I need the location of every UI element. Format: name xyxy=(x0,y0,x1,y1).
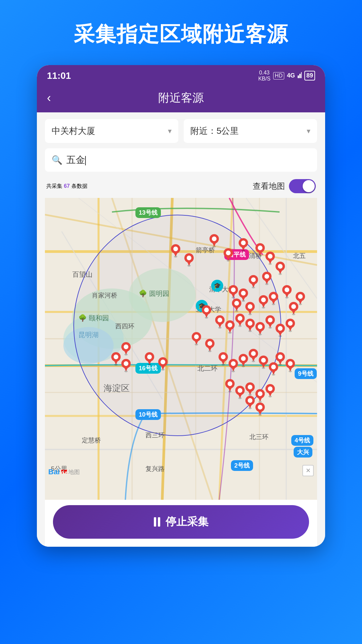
stats-count: 67 xyxy=(64,183,70,189)
toggle-knob xyxy=(303,180,315,192)
svg-rect-3 xyxy=(301,72,302,78)
network-icon: 4G xyxy=(287,70,302,81)
speed-indicator: 0.43 KB/S xyxy=(258,70,270,82)
chevron-down-icon: ▾ xyxy=(168,127,172,136)
map-toggle-label: 查看地图 xyxy=(253,181,285,192)
metro-badge: 昌平线 xyxy=(224,249,249,260)
svg-text:4G: 4G xyxy=(287,72,295,79)
baidu-watermark: Bai 🗺 地图 xyxy=(48,468,80,476)
status-bar: 11:01 0.43 KB/S HD 4G 89 xyxy=(37,65,325,85)
status-time: 11:01 xyxy=(47,70,71,81)
phone-frame: 11:01 0.43 KB/S HD 4G 89 xyxy=(37,65,325,547)
content-area: 中关村大厦 ▾ 附近：5公里 ▾ 🔍 五金 共采集 67 条数据 查看地图 xyxy=(37,112,325,547)
search-bar[interactable]: 🔍 五金 xyxy=(45,148,317,172)
stop-button-label: 停止采集 xyxy=(166,515,208,529)
status-icons: 0.43 KB/S HD 4G 89 xyxy=(258,70,315,82)
stats-text: 共采集 67 条数据 xyxy=(46,183,87,190)
chevron-down-icon: ▾ xyxy=(307,127,310,136)
map-view-toggle[interactable] xyxy=(289,179,316,193)
location-select[interactable]: 中关村大厦 ▾ xyxy=(45,119,178,143)
map-toggle-group[interactable]: 查看地图 xyxy=(253,179,316,193)
university-icon: 🎓 xyxy=(196,300,208,312)
stats-row: 共采集 67 条数据 查看地图 xyxy=(45,177,317,198)
search-input[interactable]: 五金 xyxy=(66,154,310,166)
stop-collect-button[interactable]: 停止采集 xyxy=(53,505,309,539)
distance-select[interactable]: 附近：5公里 ▾ xyxy=(184,119,317,143)
radius-circle xyxy=(73,215,281,436)
hero-title: 采集指定区域附近客源 xyxy=(74,20,288,48)
location-value: 中关村大厦 xyxy=(52,125,95,137)
hd-badge: HD xyxy=(273,72,284,79)
metro-badge: 10号线 xyxy=(135,409,161,420)
filter-row: 中关村大厦 ▾ 附近：5公里 ▾ xyxy=(45,119,317,143)
distance-value: 附近：5公里 xyxy=(190,125,239,137)
bottom-bar: 停止采集 xyxy=(45,500,317,547)
page-title: 附近客源 xyxy=(158,90,204,106)
university-icon: 🎓 xyxy=(211,280,223,292)
metro-badge: 16号线 xyxy=(135,363,161,374)
pause-icon xyxy=(154,517,160,527)
battery-icon: 89 xyxy=(304,71,315,80)
metro-badge: 9号线 xyxy=(295,368,317,379)
map-container: 百望山 肖家河桥 🌳 圆明园 🌳 颐和园 昆明湖 西四环 海淀区 清华大学 北京… xyxy=(45,198,317,500)
metro-badge: 13号线 xyxy=(135,207,161,218)
svg-rect-1 xyxy=(298,75,299,78)
svg-rect-2 xyxy=(299,74,301,78)
metro-badge: 大兴 xyxy=(294,447,312,458)
stats-prefix: 共采集 xyxy=(46,183,62,189)
stats-suffix: 条数据 xyxy=(71,183,87,189)
header: ‹ 附近客源 xyxy=(37,85,325,112)
back-button[interactable]: ‹ xyxy=(47,91,51,105)
close-icon[interactable]: ✕ xyxy=(302,465,314,476)
metro-badge: 4号线 xyxy=(291,435,313,446)
search-icon: 🔍 xyxy=(52,155,62,165)
metro-badge: 2号线 xyxy=(231,460,253,471)
